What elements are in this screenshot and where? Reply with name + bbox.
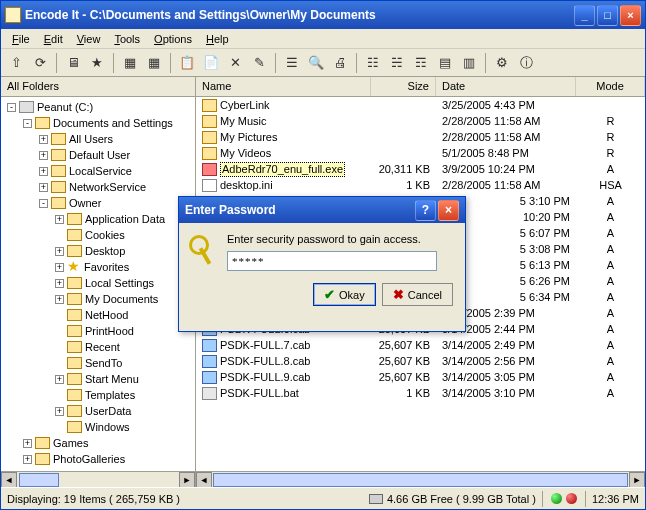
expand-toggle[interactable]: - — [7, 103, 16, 112]
menu-view[interactable]: View — [70, 31, 108, 47]
expand-toggle[interactable]: + — [23, 455, 32, 464]
title-bar[interactable]: Encode It - C:\Documents and Settings\Ow… — [1, 1, 645, 29]
delete-button[interactable]: ✕ — [224, 52, 246, 74]
tool-button[interactable]: ▦ — [119, 52, 141, 74]
close-button[interactable]: × — [620, 5, 641, 26]
menu-tools[interactable]: Tools — [107, 31, 147, 47]
expand-toggle[interactable]: + — [55, 279, 64, 288]
expand-toggle[interactable]: + — [39, 151, 48, 160]
scroll-right-button[interactable]: ► — [179, 472, 195, 488]
scroll-thumb[interactable] — [19, 473, 59, 487]
tree-node[interactable]: Cookies — [3, 227, 193, 243]
tree-node[interactable]: SendTo — [3, 355, 193, 371]
tree-node[interactable]: +NetworkService — [3, 179, 193, 195]
tree-node[interactable]: +Local Settings — [3, 275, 193, 291]
tool-button[interactable]: ▦ — [143, 52, 165, 74]
expand-toggle[interactable]: + — [55, 407, 64, 416]
tree-node[interactable]: +All Users — [3, 131, 193, 147]
search-button[interactable]: 🔍 — [305, 52, 327, 74]
expand-toggle[interactable]: + — [39, 167, 48, 176]
expand-toggle[interactable]: - — [39, 199, 48, 208]
expand-toggle[interactable]: + — [55, 247, 64, 256]
view-button[interactable]: ☶ — [410, 52, 432, 74]
view-button[interactable]: ☷ — [362, 52, 384, 74]
expand-toggle[interactable]: + — [23, 439, 32, 448]
file-row[interactable]: PSDK-FULL.9.cab25,607 KB3/14/2005 3:05 P… — [196, 369, 645, 385]
list-scrollbar[interactable]: ◄ ► — [196, 471, 645, 487]
col-name[interactable]: Name — [196, 77, 371, 96]
scroll-left-button[interactable]: ◄ — [196, 472, 212, 488]
file-date: 3/14/2005 2:49 PM — [436, 337, 576, 353]
dialog-help-button[interactable]: ? — [415, 200, 436, 221]
tree-scrollbar[interactable]: ◄ ► — [1, 471, 195, 487]
scroll-thumb[interactable] — [213, 473, 628, 487]
okay-button[interactable]: ✔Okay — [313, 283, 376, 306]
tree-node[interactable]: +Games — [3, 435, 193, 451]
tree-node[interactable]: Templates — [3, 387, 193, 403]
tree-node[interactable]: +My Documents — [3, 291, 193, 307]
col-date[interactable]: Date — [436, 77, 576, 96]
paste-button[interactable]: 📄 — [200, 52, 222, 74]
dialog-close-button[interactable]: × — [438, 200, 459, 221]
refresh-button[interactable]: ⟳ — [29, 52, 51, 74]
properties-button[interactable]: ☰ — [281, 52, 303, 74]
menu-edit[interactable]: Edit — [37, 31, 70, 47]
file-row[interactable]: My Music2/28/2005 11:58 AMR — [196, 113, 645, 129]
expand-toggle[interactable]: - — [23, 119, 32, 128]
file-name: PSDK-FULL.9.cab — [220, 369, 310, 385]
tree-node[interactable]: +UserData — [3, 403, 193, 419]
maximize-button[interactable]: □ — [597, 5, 618, 26]
tree-node[interactable]: -Owner — [3, 195, 193, 211]
tree-node[interactable]: NetHood — [3, 307, 193, 323]
view-button[interactable]: ▤ — [434, 52, 456, 74]
file-row[interactable]: PSDK-FULL.bat1 KB3/14/2005 3:10 PMA — [196, 385, 645, 401]
view-button[interactable]: ▥ — [458, 52, 480, 74]
options-button[interactable]: ⚙ — [491, 52, 513, 74]
cancel-button[interactable]: ✖Cancel — [382, 283, 453, 306]
file-row[interactable]: desktop.ini1 KB2/28/2005 11:58 AMHSA — [196, 177, 645, 193]
favorites-button[interactable]: ★ — [86, 52, 108, 74]
up-button[interactable]: ⇧ — [5, 52, 27, 74]
menu-options[interactable]: Options — [147, 31, 199, 47]
scroll-left-button[interactable]: ◄ — [1, 472, 17, 488]
expand-toggle[interactable]: + — [55, 263, 64, 272]
expand-toggle[interactable]: + — [39, 183, 48, 192]
view-button[interactable]: ☵ — [386, 52, 408, 74]
expand-toggle[interactable]: + — [55, 375, 64, 384]
password-input[interactable] — [227, 251, 437, 271]
expand-toggle[interactable]: + — [55, 295, 64, 304]
tree-node[interactable]: +LocalService — [3, 163, 193, 179]
print-button[interactable]: 🖨 — [329, 52, 351, 74]
menu-file[interactable]: File — [5, 31, 37, 47]
tree-node[interactable]: +Application Data — [3, 211, 193, 227]
tree-node[interactable]: -Documents and Settings — [3, 115, 193, 131]
tree-node[interactable]: +★Favorites — [3, 259, 193, 275]
col-mode[interactable]: Mode — [576, 77, 645, 96]
scroll-right-button[interactable]: ► — [629, 472, 645, 488]
file-row[interactable]: My Pictures2/28/2005 11:58 AMR — [196, 129, 645, 145]
tree-node[interactable]: PrintHood — [3, 323, 193, 339]
file-row[interactable]: PSDK-FULL.8.cab25,607 KB3/14/2005 2:56 P… — [196, 353, 645, 369]
tree-node[interactable]: +Desktop — [3, 243, 193, 259]
minimize-button[interactable]: _ — [574, 5, 595, 26]
file-row[interactable]: CyberLink3/25/2005 4:43 PM — [196, 97, 645, 113]
expand-toggle[interactable]: + — [55, 215, 64, 224]
edit-button[interactable]: ✎ — [248, 52, 270, 74]
tree-node[interactable]: +Start Menu — [3, 371, 193, 387]
menu-help[interactable]: Help — [199, 31, 236, 47]
tree-node[interactable]: -Peanut (C:) — [3, 99, 193, 115]
desktop-button[interactable]: 🖥 — [62, 52, 84, 74]
tree-node[interactable]: +PhotoGalleries — [3, 451, 193, 467]
file-row[interactable]: AdbeRdr70_enu_full.exe20,311 KB3/9/2005 … — [196, 161, 645, 177]
col-size[interactable]: Size — [371, 77, 436, 96]
tree-node[interactable]: Windows — [3, 419, 193, 435]
copy-button[interactable]: 📋 — [176, 52, 198, 74]
folder-tree[interactable]: -Peanut (C:)-Documents and Settings+All … — [1, 97, 195, 471]
file-row[interactable]: My Videos5/1/2005 8:48 PMR — [196, 145, 645, 161]
tree-node[interactable]: +Default User — [3, 147, 193, 163]
help-button[interactable]: ⓘ — [515, 52, 537, 74]
dialog-titlebar[interactable]: Enter Password ? × — [179, 197, 465, 223]
tree-node[interactable]: Recent — [3, 339, 193, 355]
expand-toggle[interactable]: + — [39, 135, 48, 144]
file-row[interactable]: PSDK-FULL.7.cab25,607 KB3/14/2005 2:49 P… — [196, 337, 645, 353]
